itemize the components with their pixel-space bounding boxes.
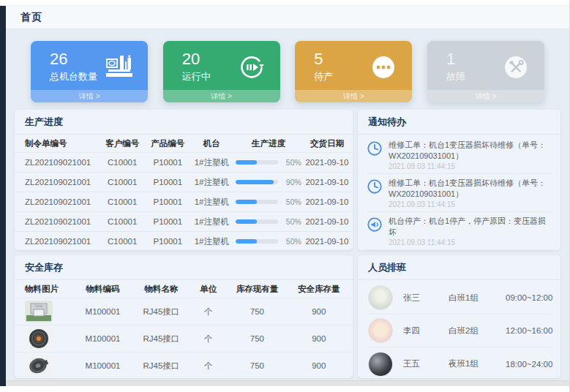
panel-notifications: 通知待办 维修工单：机台1变压器损坏待维修（ bbox=[358, 110, 560, 250]
card-fault-label: 故障 bbox=[446, 70, 465, 83]
machine-icon bbox=[105, 54, 135, 80]
progress-bar: 90% bbox=[233, 178, 304, 186]
card-fault[interactable]: 1 故障 bbox=[427, 41, 544, 102]
page-header: 首页 bbox=[6, 6, 569, 29]
production-row: ZL202109021001 C10001 P10001 1#注塑机 50% 2… bbox=[15, 212, 353, 232]
inventory-row: M100001 RJ45接口 个 750 900 bbox=[15, 298, 353, 325]
card-waiting-label: 待产 bbox=[314, 70, 333, 83]
panel-production-progress: 生产进度 制令单编号 客户编号 产品编号 机台 生产进度 交货日期 bbox=[15, 110, 353, 250]
card-running-detail-link[interactable]: 详情 > bbox=[163, 90, 280, 102]
tab-home[interactable]: 首页 bbox=[20, 11, 42, 24]
staff-row: 李四 白班2组 12:00~16:00 bbox=[368, 314, 550, 347]
waiting-dots-icon bbox=[370, 54, 399, 80]
avatar bbox=[368, 318, 393, 343]
production-row: ZL202109021001 C10001 P10001 1#注塑机 50% 2… bbox=[15, 153, 353, 173]
progress-bar: 50% bbox=[233, 197, 304, 206]
progress-bar: 50% bbox=[233, 217, 304, 226]
col-current-stock: 库存现有量 bbox=[226, 284, 288, 295]
col-progress: 生产进度 bbox=[233, 138, 304, 149]
progress-bar: 50% bbox=[233, 237, 304, 246]
running-icon bbox=[238, 54, 267, 80]
production-table-header: 制令单编号 客户编号 产品编号 机台 生产进度 交货日期 bbox=[15, 135, 353, 153]
clock-icon bbox=[367, 140, 383, 157]
window-top-strip bbox=[0, 0, 569, 6]
sidebar-edge-strip bbox=[0, 6, 6, 386]
card-fault-detail-link[interactable]: 详情 > bbox=[427, 90, 544, 102]
staff-panel-title: 人员排班 bbox=[358, 255, 560, 280]
notification-timestamp: 2021.09.03 11:44:15 bbox=[389, 238, 552, 246]
progress-bar: 50% bbox=[233, 158, 304, 167]
fault-tools-icon bbox=[502, 54, 531, 80]
card-fault-value: 1 bbox=[446, 50, 465, 68]
production-panel-title: 生产进度 bbox=[15, 110, 353, 135]
production-row: ZL202109021001 C10001 P10001 1#注塑机 50% 2… bbox=[15, 192, 353, 212]
dashboard-window: 首页 26 总机台数量 bbox=[0, 0, 570, 392]
card-total-machines-detail-link[interactable]: 详情 > bbox=[31, 90, 148, 102]
notification-item[interactable]: 维修工单：机台1变压器损坏待维修（单号：WX202109031001） 2021… bbox=[367, 136, 552, 174]
avatar bbox=[368, 352, 393, 377]
dashboard-content: 26 总机台数量 bbox=[6, 29, 569, 380]
col-delivery-date: 交货日期 bbox=[304, 138, 350, 149]
col-safety-stock: 安全库存量 bbox=[288, 284, 350, 295]
card-waiting-detail-link[interactable]: 详情 > bbox=[295, 90, 412, 102]
avatar bbox=[368, 285, 393, 310]
inventory-table-header: 物料图片 物料编码 物料名称 单位 库存现有量 安全库存量 bbox=[15, 280, 353, 298]
col-order-no: 制令单编号 bbox=[25, 138, 100, 149]
card-running-value: 20 bbox=[182, 50, 211, 68]
cone-speaker-photo bbox=[25, 355, 53, 377]
notification-item[interactable]: 维修工单：机台1变压器损坏待维修（单号：WX202109031001） 2021… bbox=[367, 174, 552, 212]
horizontal-scrollbar-track[interactable] bbox=[6, 380, 569, 386]
notification-timestamp: 2021.09.03 11:44:15 bbox=[389, 162, 552, 170]
round-speaker-photo bbox=[25, 328, 53, 350]
inventory-panel-title: 安全库存 bbox=[15, 255, 353, 280]
production-row: ZL202109021001 C10001 P10001 1#注塑机 50% 2… bbox=[15, 232, 353, 250]
notification-timestamp: 2021.09.03 11:44:15 bbox=[389, 200, 552, 208]
rj45-connector-photo bbox=[25, 301, 53, 323]
speaker-icon bbox=[367, 216, 383, 233]
inventory-row: M100001 RJ45接口 个 750 900 bbox=[15, 353, 353, 378]
staff-row: 王五 夜班1组 18:00~24:00 bbox=[368, 347, 550, 378]
col-material-name: 物料名称 bbox=[132, 284, 191, 295]
card-running-label: 运行中 bbox=[182, 70, 211, 83]
col-machine: 机台 bbox=[190, 138, 233, 149]
col-product-no: 产品编号 bbox=[145, 138, 190, 149]
card-total-machines[interactable]: 26 总机台数量 bbox=[31, 41, 148, 102]
col-unit: 单位 bbox=[190, 284, 226, 295]
production-table: 制令单编号 客户编号 产品编号 机台 生产进度 交货日期 ZL202109021… bbox=[15, 135, 353, 250]
col-customer-no: 客户编号 bbox=[100, 138, 145, 149]
card-waiting-value: 5 bbox=[314, 50, 333, 68]
card-running[interactable]: 20 运行中 bbox=[163, 41, 280, 102]
inventory-table: 物料图片 物料编码 物料名称 单位 库存现有量 安全库存量 bbox=[15, 280, 353, 378]
inventory-row: M100001 RJ45接口 个 750 900 bbox=[15, 325, 353, 353]
stat-cards-row: 26 总机台数量 bbox=[15, 37, 560, 104]
notifications-panel-title: 通知待办 bbox=[358, 110, 560, 135]
col-material-code: 物料编码 bbox=[74, 284, 132, 295]
card-waiting[interactable]: 5 待产 bbox=[295, 41, 412, 102]
card-total-machines-value: 26 bbox=[50, 50, 97, 68]
card-total-machines-label: 总机台数量 bbox=[50, 70, 97, 83]
notification-item[interactable]: 机台停产：机台1停产，停产原因：变压器损坏 2021.09.03 11:44:1… bbox=[367, 212, 552, 250]
staff-row: 张三 白班1组 09:00~12:00 bbox=[368, 282, 550, 314]
panel-staff-schedule: 人员排班 张三 白班1组 09:00~12:00 李四 bbox=[358, 255, 560, 378]
col-material-image: 物料图片 bbox=[25, 284, 74, 295]
panel-safety-inventory: 安全库存 物料图片 物料编码 物料名称 单位 库存现有量 安全库存量 bbox=[15, 255, 353, 378]
clock-icon bbox=[367, 178, 383, 195]
production-row: ZL202109021001 C10001 P10001 1#注塑机 90% 2… bbox=[15, 173, 353, 192]
